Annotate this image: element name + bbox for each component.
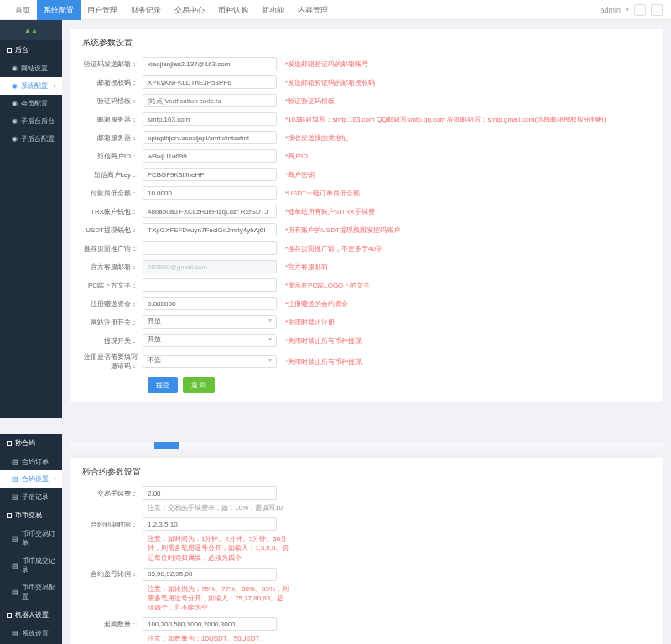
input-7[interactable] <box>143 186 277 200</box>
form-row: 付款最低金额：*USDT一链订单最低金额 <box>82 186 651 200</box>
sidebar-item[interactable]: ▤币币成交记录 <box>0 552 62 579</box>
back-button[interactable]: 返 回 <box>183 377 215 393</box>
list-icon: ▤ <box>12 630 18 637</box>
hint-block: 注意：如比例为：75%、77%、80%、83%，则需多笔用逗号分开，如输入：75… <box>148 584 290 613</box>
input-1[interactable] <box>143 75 277 89</box>
nav-item-2[interactable]: 用户管理 <box>81 0 124 20</box>
form-row: 验证码发送邮箱：*发送邮箱验证码的邮箱账号 <box>82 57 651 70</box>
form-row: 验证码模板：*验证验证码模板 <box>82 94 651 107</box>
nav-item-7[interactable]: 内容管理 <box>291 0 335 20</box>
sidebar-item[interactable]: ▤系统设置 <box>0 625 62 642</box>
input2-0[interactable] <box>143 486 277 500</box>
form-hint: *所有账户的USDT提现预因发控码账户 <box>285 226 400 235</box>
input-2[interactable] <box>143 94 277 107</box>
main-content-2: 秒合约参数设置 交易手续费：注意：交易的手续费率，如：10%，需填写10合约到期… <box>62 434 671 644</box>
input-3[interactable] <box>143 112 277 126</box>
form-label: 网站注册开关： <box>82 318 143 327</box>
card-title: 系统参数设置 <box>82 37 651 49</box>
nav-item-1[interactable]: 系统配置 <box>37 0 81 20</box>
input-10[interactable] <box>143 242 277 255</box>
group-icon <box>7 513 12 518</box>
form-label: PC端下方文字： <box>82 281 143 290</box>
sidebar-item[interactable]: ▤子后记录 <box>0 488 62 506</box>
form-hint: *注册赠送的合约资金 <box>285 299 348 309</box>
form-row: 注册赠送资金：*注册赠送的合约资金 <box>82 297 651 310</box>
form-hint: *商户密钥 <box>285 170 315 179</box>
input-5[interactable] <box>143 149 277 163</box>
logo: ▲▲ <box>0 20 62 40</box>
system-params-card: 系统参数设置 验证码发送邮箱：*发送邮箱验证码的邮箱账号邮箱授权码：*发送邮箱验… <box>70 29 663 402</box>
form-row: 注册是否需要填写邀请码：不选*关闭时禁止所有币种提现 <box>82 352 651 371</box>
hint-block: 注意：交易的手续费率，如：10%，需填写10 <box>148 503 290 512</box>
form-hint: *发送邮箱验证码的邮箱账号 <box>285 60 368 69</box>
input-6[interactable] <box>143 168 277 181</box>
top-nav-user: admin▾ <box>600 4 663 16</box>
form-label: USDT提现钱包： <box>82 226 143 235</box>
form-hint: *推荐页面推广语，不更多于40字 <box>285 244 382 253</box>
submit-button[interactable]: 提交 <box>148 377 178 393</box>
input-4[interactable] <box>143 131 277 144</box>
list-icon: ▤ <box>12 589 18 596</box>
form-label: 验证码模板： <box>82 96 143 106</box>
input-12[interactable] <box>143 278 277 292</box>
sidebar-item-site[interactable]: ◉网站设置 <box>0 60 62 77</box>
sidebar-item[interactable]: ▤币币交易订单 <box>0 525 62 552</box>
input-8[interactable] <box>143 205 277 218</box>
sidebar-item-system[interactable]: ◉系统配置› <box>0 77 62 95</box>
form-hint: *关闭时禁止注册 <box>285 318 335 327</box>
select-16[interactable]: 不选 <box>143 355 277 368</box>
nav-item-0[interactable]: 首页 <box>8 0 37 20</box>
select-14[interactable]: 开放 <box>143 315 277 329</box>
form-row: PC端下方文字：*显示在PC端LOGO下的文字 <box>82 278 651 292</box>
form-row: TRX账户钱包：*链单结所有账户SITRX手续费 <box>82 205 651 218</box>
form-hint: *链单结所有账户SITRX手续费 <box>285 207 375 216</box>
sidebar-item[interactable]: ▤币币交易配置 <box>0 579 62 605</box>
form-row: 推荐页面推广语：*推荐页面推广语，不更多于40字 <box>82 242 651 255</box>
nav-item-4[interactable]: 交易中心 <box>168 0 211 20</box>
input-13[interactable] <box>143 297 277 310</box>
form-hint: *USDT一链订单最低金额 <box>285 189 360 198</box>
main-content-1: 系统参数设置 验证码发送邮箱：*发送邮箱验证码的邮箱账号邮箱授权码：*发送邮箱验… <box>62 20 671 418</box>
nav-item-5[interactable]: 币种认购 <box>211 0 255 20</box>
nav-item-6[interactable]: 新功能 <box>255 0 291 20</box>
input-9[interactable] <box>143 223 277 236</box>
form-label: 短信商户ID： <box>82 152 143 161</box>
select-15[interactable]: 开放 <box>143 334 277 347</box>
sidebar-item-sub2[interactable]: ◉子后台配置 <box>0 130 62 148</box>
sidebar-item-sub1[interactable]: ◉子后台后台 <box>0 112 62 130</box>
sidebar-1: ▲▲ 后台 ◉网站设置 ◉系统配置› ◉会员配置 ◉子后台后台 ◉子后台配置 <box>0 20 62 418</box>
form-row: 短信商户key：*商户密钥 <box>82 168 651 181</box>
input-11[interactable] <box>143 260 277 273</box>
form-hint: *显示在PC端LOGO下的文字 <box>285 281 370 290</box>
form-row: 合约盈亏比例： <box>82 568 651 581</box>
hint-block: 注意：如时间为：1分钟、2分钟、5分钟、30分钟，则需多笔用逗号分开，如输入：1… <box>148 534 290 563</box>
contract-params-card: 秒合约参数设置 交易手续费：注意：交易的手续费率，如：10%，需填写10合约到期… <box>70 458 663 644</box>
input2-2[interactable] <box>143 568 277 581</box>
form-hint: *官方客服邮箱 <box>285 262 328 272</box>
form-hint: *关闭时禁止所有币种提现 <box>285 336 362 345</box>
sidebar-item-member[interactable]: ◉会员配置 <box>0 95 62 112</box>
form-hint: *商户ID <box>285 152 308 161</box>
list-icon: ▤ <box>12 535 18 543</box>
fullscreen-icon[interactable] <box>634 4 646 16</box>
form-label: 注册赠送资金： <box>82 299 143 309</box>
list-icon: ▤ <box>12 493 18 501</box>
form-row: 邮箱服务器：*接收发送接的类地址 <box>82 131 651 144</box>
refresh-icon[interactable] <box>651 4 663 16</box>
form-row: 短信商户ID：*商户ID <box>82 149 651 163</box>
user-name[interactable]: admin <box>600 6 621 14</box>
tab-0[interactable] <box>70 442 154 449</box>
sidebar-group-title: 后台 <box>0 40 62 60</box>
form-row: 网站注册开关：开放*关闭时禁止注册 <box>82 315 651 329</box>
list-icon: ▤ <box>12 475 18 483</box>
group-icon <box>7 613 12 618</box>
sidebar-item[interactable]: ▤合约设置› <box>0 470 62 488</box>
sidebar-item[interactable]: ▤合约订单 <box>0 453 62 470</box>
input-0[interactable] <box>143 57 277 70</box>
input2-1[interactable] <box>143 517 277 531</box>
tab-1[interactable] <box>154 442 179 449</box>
input2-3[interactable] <box>143 617 277 631</box>
nav-item-3[interactable]: 财务记录 <box>124 0 168 20</box>
form-row: 邮箱授权码：*发送邮箱验证码的邮箱授权码 <box>82 75 651 89</box>
form-label: 起购数量： <box>82 620 143 629</box>
